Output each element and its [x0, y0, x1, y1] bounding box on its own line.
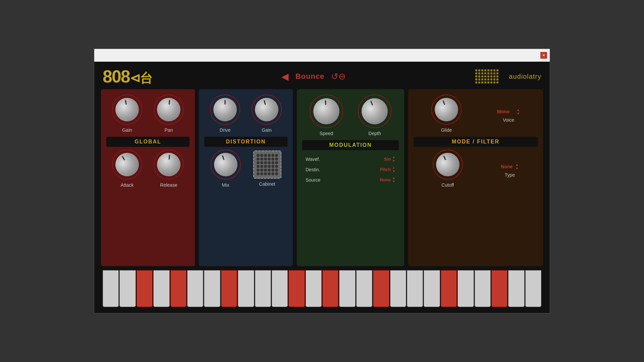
cutoff-indicator	[443, 156, 446, 160]
destin-arrow-up[interactable]: ▲	[392, 166, 395, 169]
piano-key-24[interactable]	[491, 270, 507, 307]
piano-key-17[interactable]	[373, 270, 389, 307]
piano-key-19[interactable]	[407, 270, 423, 307]
speed-knob-ring	[310, 95, 343, 128]
cutoff-knob-ring	[433, 149, 463, 180]
wavef-arrow-down[interactable]: ▼	[392, 159, 395, 163]
voice-arrow-down[interactable]: ▼	[517, 112, 520, 115]
panels: Gain Pan GLOBAL	[101, 89, 543, 266]
piano-key-4[interactable]	[153, 270, 169, 307]
source-arrow-up[interactable]: ▲	[392, 176, 395, 180]
drive-knob-ring	[210, 95, 240, 125]
distortion-bottom: Mix Cabinet	[204, 149, 287, 188]
distortion-top-knobs: Drive Gain	[204, 95, 287, 133]
source-row: Source None ▲ ▼	[306, 176, 395, 183]
knob-group-cutoff: Cutoff	[433, 149, 463, 188]
piano-key-22[interactable]	[458, 270, 474, 307]
knob-group-speed: Speed	[310, 95, 343, 136]
piano-key-12[interactable]	[288, 270, 305, 307]
gain-knob[interactable]	[113, 96, 141, 123]
destin-arrows[interactable]: ▲ ▼	[392, 166, 395, 173]
piano-key-1[interactable]	[103, 270, 119, 307]
back-arrow[interactable]: ◀	[281, 71, 289, 82]
wavef-arrows[interactable]: ▲ ▼	[392, 156, 395, 163]
type-selector-row: None ▲ ▼	[501, 163, 519, 170]
header-nav: ◀ Bounce ↺⊖	[162, 71, 466, 82]
piano-key-6[interactable]	[187, 270, 203, 307]
piano-key-9[interactable]	[238, 270, 254, 307]
piano-key-18[interactable]	[390, 270, 406, 307]
speed-knob[interactable]	[312, 97, 341, 126]
knob-group-pan: Pan	[154, 95, 184, 133]
source-arrow-down[interactable]: ▼	[392, 180, 395, 183]
wavef-label: Wavef.	[306, 157, 326, 162]
knob-group-gain: Gain	[112, 95, 142, 133]
source-arrows[interactable]: ▲ ▼	[392, 176, 395, 183]
mix-label: Mix	[222, 182, 229, 188]
panel-modulation: Speed Depth MODULATION Wavef.	[297, 89, 404, 266]
attack-indicator	[122, 156, 125, 161]
mix-knob[interactable]	[211, 149, 241, 180]
piano-key-25[interactable]	[508, 270, 524, 307]
distortion-label: DISTORTION	[204, 137, 287, 147]
release-knob[interactable]	[156, 152, 181, 177]
piano-key-16[interactable]	[356, 270, 372, 307]
dist-gain-label: Gain	[262, 127, 272, 133]
piano-key-13[interactable]	[306, 270, 322, 307]
piano-key-20[interactable]	[424, 270, 440, 307]
pan-knob[interactable]	[156, 97, 181, 122]
drive-label: Drive	[220, 127, 231, 133]
glide-knob[interactable]	[431, 95, 462, 125]
voice-arrows[interactable]: ▲ ▼	[517, 108, 520, 115]
knob-group-drive: Drive	[210, 95, 240, 133]
piano-key-14[interactable]	[322, 270, 338, 307]
destin-label: Destin.	[306, 167, 326, 172]
header: 808⊲台 ◀ Bounce ↺⊖ audiolatry	[101, 68, 543, 85]
glide-label: Glide	[441, 127, 452, 133]
attack-knob[interactable]	[111, 148, 143, 181]
voice-arrow-up[interactable]: ▲	[517, 108, 520, 112]
source-value: None	[374, 177, 391, 182]
voice-area: Mono ▲ ▼ Voice	[497, 108, 520, 123]
wavef-value: Sin	[374, 157, 391, 162]
release-knob-ring	[154, 149, 184, 180]
type-arrow-up[interactable]: ▲	[515, 163, 519, 167]
piano-key-2[interactable]	[119, 270, 136, 307]
gain-knob-ring	[112, 95, 142, 125]
gain-label: Gain	[122, 127, 132, 133]
release-indicator	[169, 155, 170, 160]
piano-key-15[interactable]	[339, 270, 355, 307]
cutoff-knob[interactable]	[432, 149, 463, 180]
drive-indicator	[225, 100, 226, 105]
panel-mode: Glide Mono ▲ ▼ Voice MODE / FILTER	[408, 89, 543, 266]
close-button[interactable]: ×	[540, 52, 547, 59]
destin-select[interactable]: Pitch ▲ ▼	[374, 166, 395, 173]
modulation-knobs: Speed Depth	[302, 95, 399, 136]
source-select[interactable]: None ▲ ▼	[374, 176, 395, 183]
wavef-arrow-up[interactable]: ▲	[392, 156, 395, 159]
preset-name: Bounce	[296, 72, 325, 81]
depth-knob[interactable]	[358, 95, 391, 128]
dist-gain-knob[interactable]	[252, 95, 281, 124]
refresh-icon[interactable]: ↺⊖	[331, 71, 346, 82]
speed-label: Speed	[320, 131, 333, 136]
destin-arrow-down[interactable]: ▼	[392, 170, 395, 173]
wavef-select[interactable]: Sin ▲ ▼	[374, 156, 395, 163]
piano-key-5[interactable]	[170, 270, 186, 307]
destin-value: Pitch	[374, 167, 391, 172]
type-arrow-down[interactable]: ▼	[515, 167, 519, 170]
piano-key-8[interactable]	[221, 270, 237, 307]
piano-key-23[interactable]	[475, 270, 491, 307]
piano-key-26[interactable]	[525, 270, 541, 307]
piano-key-7[interactable]	[204, 270, 220, 307]
global-bottom-knobs: Attack Release	[106, 149, 190, 188]
drive-knob[interactable]	[213, 98, 237, 121]
knob-group-glide: Glide	[431, 95, 462, 133]
piano-key-21[interactable]	[441, 270, 457, 307]
piano-key-10[interactable]	[255, 270, 271, 307]
glide-knob-ring	[431, 95, 462, 125]
piano-key-11[interactable]	[272, 270, 288, 307]
cabinet-grid[interactable]	[253, 150, 281, 179]
piano-key-3[interactable]	[137, 270, 153, 307]
type-arrows[interactable]: ▲ ▼	[515, 163, 519, 170]
